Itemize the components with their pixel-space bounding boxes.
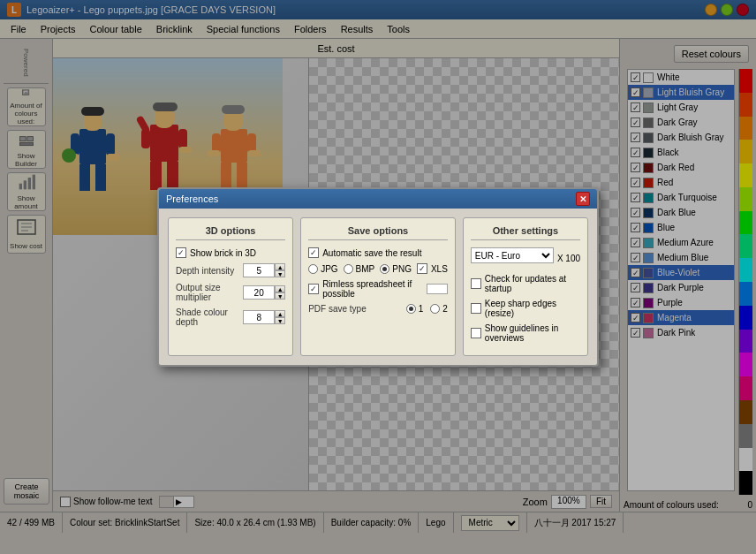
section-3d-title: 3D options bbox=[176, 225, 285, 240]
show-guidelines-checkbox[interactable] bbox=[471, 328, 481, 338]
auto-save-row: Automatic save the result bbox=[308, 247, 448, 258]
pdf-1-radio[interactable] bbox=[406, 304, 416, 314]
section-save-options: Save options Automatic save the result J… bbox=[300, 217, 456, 356]
pdf-2-label: 2 bbox=[442, 304, 448, 314]
bmp-radio[interactable] bbox=[344, 264, 353, 274]
shade-colour-input[interactable] bbox=[243, 310, 275, 324]
output-size-row: Output size multiplier ▲ ▼ bbox=[176, 283, 285, 302]
output-size-label: Output size multiplier bbox=[176, 283, 243, 302]
png-group: PNG bbox=[380, 264, 412, 274]
check-updates-checkbox[interactable] bbox=[471, 278, 481, 289]
pdf-1-group: 1 bbox=[406, 304, 424, 314]
keep-sharp-edges-label: Keep sharp edges (resize) bbox=[485, 299, 580, 318]
file-type-row: JPG BMP PNG XLS bbox=[308, 263, 448, 274]
output-size-input[interactable] bbox=[243, 285, 275, 300]
shade-up[interactable]: ▲ bbox=[275, 310, 285, 317]
modal-overlay: Preferences ✕ 3D options Show brick in 3… bbox=[0, 0, 756, 554]
pdf-save-type-label: PDF save type bbox=[308, 304, 406, 314]
shade-colour-row: Shade colour depth ▲ ▼ bbox=[176, 307, 285, 327]
output-spinner[interactable]: ▲ ▼ bbox=[275, 285, 285, 300]
bmp-group: BMP bbox=[344, 264, 375, 274]
modal-close-button[interactable]: ✕ bbox=[576, 192, 590, 206]
check-updates-row: Check for updates at startup bbox=[471, 274, 580, 293]
shade-spinner[interactable]: ▲ ▼ bbox=[275, 310, 285, 324]
rimless-label: Rimless spreadsheet if possible bbox=[322, 279, 420, 299]
xls-checkbox[interactable] bbox=[417, 263, 427, 274]
jpg-group: JPG bbox=[308, 264, 337, 274]
section-3d-options: 3D options Show brick in 3D Depth intens… bbox=[168, 217, 293, 356]
rimless-row: Rimless spreadsheet if possible bbox=[308, 279, 448, 299]
bmp-label: BMP bbox=[356, 264, 375, 274]
modal-title-bar: Preferences ✕ bbox=[159, 189, 597, 209]
show-brick-checkbox[interactable] bbox=[176, 247, 186, 258]
pdf-2-group: 2 bbox=[430, 304, 448, 314]
xls-label: XLS bbox=[431, 264, 448, 274]
depth-spinner[interactable]: ▲ ▼ bbox=[275, 263, 285, 277]
shade-colour-label: Shade colour depth bbox=[176, 307, 243, 327]
section-other-title: Other settings bbox=[471, 225, 580, 240]
section-save-title: Save options bbox=[308, 225, 448, 240]
auto-save-label: Automatic save the result bbox=[322, 248, 421, 258]
pdf-2-radio[interactable] bbox=[430, 304, 440, 314]
pdf-1-label: 1 bbox=[419, 304, 424, 314]
currency-row: EUR - Euro USD - Dollar GBP - Pound X 10… bbox=[471, 247, 580, 269]
depth-down[interactable]: ▼ bbox=[275, 270, 285, 277]
rimless-checkbox[interactable] bbox=[308, 284, 319, 294]
modal-title: Preferences bbox=[166, 194, 218, 204]
x100-label: X 100 bbox=[557, 254, 580, 263]
depth-up[interactable]: ▲ bbox=[275, 263, 285, 270]
modal-body: 3D options Show brick in 3D Depth intens… bbox=[159, 209, 597, 365]
shade-down[interactable]: ▼ bbox=[275, 317, 285, 324]
currency-select[interactable]: EUR - Euro USD - Dollar GBP - Pound bbox=[471, 247, 554, 263]
show-guidelines-row: Show guidelines in overviews bbox=[471, 323, 580, 343]
output-up[interactable]: ▲ bbox=[275, 285, 285, 292]
output-down[interactable]: ▼ bbox=[275, 292, 285, 300]
png-radio[interactable] bbox=[380, 264, 389, 274]
png-label: PNG bbox=[392, 264, 412, 274]
jpg-radio[interactable] bbox=[308, 264, 318, 274]
keep-sharp-edges-row: Keep sharp edges (resize) bbox=[471, 299, 580, 318]
auto-save-checkbox[interactable] bbox=[308, 247, 319, 258]
section-other-settings: Other settings EUR - Euro USD - Dollar G… bbox=[463, 217, 588, 356]
xls-group: XLS bbox=[417, 263, 448, 274]
show-guidelines-label: Show guidelines in overviews bbox=[485, 323, 580, 343]
depth-intensity-row: Depth intensity ▲ ▼ bbox=[176, 263, 285, 277]
pdf-save-type-row: PDF save type 1 2 bbox=[308, 304, 448, 314]
preferences-modal: Preferences ✕ 3D options Show brick in 3… bbox=[157, 187, 599, 367]
show-brick-row: Show brick in 3D bbox=[176, 247, 285, 258]
depth-intensity-input[interactable] bbox=[243, 263, 275, 277]
rimless-color-swatch[interactable] bbox=[427, 284, 448, 294]
check-updates-label: Check for updates at startup bbox=[485, 274, 580, 293]
jpg-label: JPG bbox=[321, 264, 337, 274]
depth-intensity-label: Depth intensity bbox=[176, 266, 243, 276]
keep-sharp-edges-checkbox[interactable] bbox=[471, 303, 481, 314]
show-brick-label: Show brick in 3D bbox=[190, 248, 256, 258]
